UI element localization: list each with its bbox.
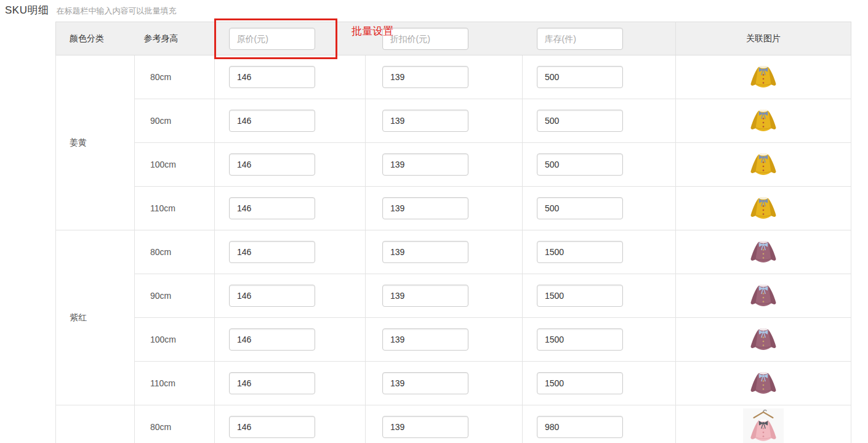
color-name-cell bbox=[56, 405, 135, 443]
image-cell bbox=[676, 55, 851, 99]
image-cell bbox=[676, 274, 851, 318]
table-row: 80cm bbox=[56, 405, 851, 443]
discount-price-input[interactable] bbox=[382, 241, 468, 263]
stock-input[interactable] bbox=[537, 372, 623, 394]
original-price-input[interactable] bbox=[229, 66, 315, 88]
original-price-input[interactable] bbox=[229, 153, 315, 176]
discount-price-input[interactable] bbox=[382, 197, 468, 219]
original-price-input[interactable] bbox=[229, 285, 315, 307]
height-cell: 110cm bbox=[135, 187, 215, 230]
purple-blouse-image[interactable] bbox=[747, 235, 779, 269]
original-price-input[interactable] bbox=[229, 416, 315, 438]
header-row: 颜色分类 参考身高 关联图片 bbox=[56, 22, 851, 55]
bulk-original-price-input[interactable] bbox=[229, 28, 315, 50]
yellow-blouse-image[interactable] bbox=[747, 192, 779, 225]
yellow-blouse-image[interactable] bbox=[747, 148, 779, 181]
page-title: SKU明细 bbox=[5, 3, 49, 17]
discount-price-input[interactable] bbox=[382, 328, 468, 351]
image-cell bbox=[676, 143, 851, 187]
original-price-input[interactable] bbox=[229, 241, 315, 263]
purple-blouse-image[interactable] bbox=[747, 367, 779, 400]
height-cell: 110cm bbox=[135, 362, 215, 405]
height-cell: 80cm bbox=[135, 55, 215, 99]
color-name-cell: 紫红 bbox=[56, 230, 135, 405]
image-cell bbox=[676, 362, 851, 405]
original-price-input[interactable] bbox=[229, 110, 315, 132]
table-row: 100cm bbox=[56, 318, 851, 362]
image-cell bbox=[676, 99, 851, 143]
color-name-cell: 姜黄 bbox=[56, 55, 135, 230]
purple-blouse-image[interactable] bbox=[747, 323, 779, 356]
original-price-input[interactable] bbox=[229, 372, 315, 394]
table-row: 110cm bbox=[56, 187, 851, 230]
table-row: 110cm bbox=[56, 362, 851, 405]
discount-price-input[interactable] bbox=[382, 153, 468, 176]
sku-table: 颜色分类 参考身高 关联图片 姜黄 80cm 90cm bbox=[55, 22, 851, 443]
discount-price-input[interactable] bbox=[382, 285, 468, 307]
page-header: SKU明细 在标题栏中输入内容可以批量填充 bbox=[5, 3, 176, 17]
purple-blouse-image[interactable] bbox=[747, 279, 779, 312]
height-cell: 80cm bbox=[135, 405, 215, 443]
stock-input[interactable] bbox=[537, 328, 623, 351]
bulk-stock-input[interactable] bbox=[537, 28, 623, 50]
table-row: 90cm bbox=[56, 274, 851, 318]
col-header-image: 关联图片 bbox=[676, 22, 851, 55]
table-row: 紫红 80cm bbox=[56, 230, 851, 274]
original-price-input[interactable] bbox=[229, 328, 315, 351]
discount-price-input[interactable] bbox=[382, 66, 468, 88]
height-cell: 90cm bbox=[135, 274, 215, 318]
col-header-color: 颜色分类 bbox=[56, 22, 135, 55]
stock-input[interactable] bbox=[537, 110, 623, 132]
stock-input[interactable] bbox=[537, 285, 623, 307]
yellow-blouse-image[interactable] bbox=[747, 60, 779, 94]
image-cell bbox=[676, 318, 851, 362]
bulk-discount-price-input[interactable] bbox=[382, 28, 468, 50]
image-cell bbox=[676, 230, 851, 274]
height-cell: 80cm bbox=[135, 230, 215, 274]
image-cell bbox=[676, 405, 851, 443]
stock-input[interactable] bbox=[537, 241, 623, 263]
stock-input[interactable] bbox=[537, 153, 623, 176]
height-cell: 100cm bbox=[135, 143, 215, 187]
table-row: 100cm bbox=[56, 143, 851, 187]
table-row: 90cm bbox=[56, 99, 851, 143]
table-row: 姜黄 80cm bbox=[56, 55, 851, 99]
sku-detail-page: SKU明细 在标题栏中输入内容可以批量填充 颜色分类 参考身高 关联图片 姜黄 … bbox=[0, 0, 868, 443]
discount-price-input[interactable] bbox=[382, 416, 468, 438]
col-header-height: 参考身高 bbox=[135, 22, 215, 55]
height-cell: 90cm bbox=[135, 99, 215, 143]
stock-input[interactable] bbox=[537, 197, 623, 219]
original-price-input[interactable] bbox=[229, 197, 315, 219]
stock-input[interactable] bbox=[537, 66, 623, 88]
discount-price-input[interactable] bbox=[382, 110, 468, 132]
stock-input[interactable] bbox=[537, 416, 623, 438]
yellow-blouse-image[interactable] bbox=[747, 104, 779, 137]
height-cell: 100cm bbox=[135, 318, 215, 362]
page-subtitle: 在标题栏中输入内容可以批量填充 bbox=[56, 6, 176, 17]
pink-blouse-hanger-image[interactable] bbox=[743, 408, 784, 443]
discount-price-input[interactable] bbox=[382, 372, 468, 394]
image-cell bbox=[676, 187, 851, 230]
